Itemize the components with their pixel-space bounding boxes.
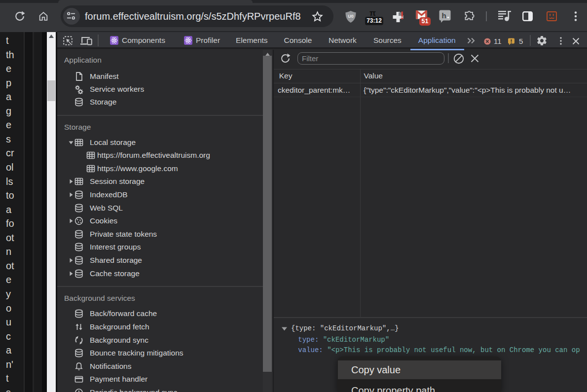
svg-text:h: h <box>441 11 446 20</box>
svg-text:U0: U0 <box>348 14 354 19</box>
